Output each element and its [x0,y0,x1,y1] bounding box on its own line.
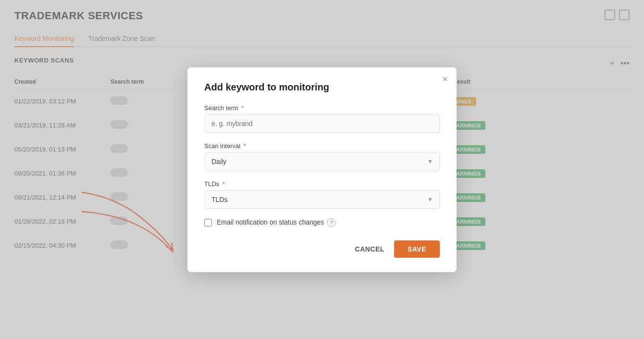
required-star: * [244,142,246,150]
email-notification-row: Email notification on status changes ? [204,218,440,227]
modal-title: Add keyword to monitoring [204,82,440,93]
email-notification-checkbox[interactable] [204,219,212,226]
tlds-group: TLDs * TLDs ▼ [204,180,440,209]
help-icon[interactable]: ? [327,218,335,227]
modal-dialog: × Add keyword to monitoring Search term … [187,67,457,272]
required-star: * [223,180,225,188]
required-star: * [241,104,244,112]
tlds-label: TLDs * [204,180,440,188]
modal-footer: CANCEL SAVE [204,240,440,258]
search-term-group: Search term * [204,104,440,133]
search-term-label: Search term * [204,104,440,112]
tlds-wrapper: TLDs ▼ [204,190,440,209]
scan-interval-wrapper: Daily Weekly Monthly ▼ [204,152,440,171]
scan-interval-group: Scan interval * Daily Weekly Monthly ▼ [204,142,440,171]
email-notification-label[interactable]: Email notification on status changes ? [217,218,335,227]
modal-overlay: × Add keyword to monitoring Search term … [0,0,644,339]
save-button[interactable]: SAVE [394,240,440,258]
scan-interval-select[interactable]: Daily Weekly Monthly [204,152,440,171]
cancel-button[interactable]: CANCEL [355,245,384,253]
search-term-input[interactable] [204,114,440,133]
scan-interval-label: Scan interval * [204,142,440,150]
modal-close-button[interactable]: × [442,74,448,84]
tlds-select[interactable]: TLDs [204,190,440,209]
